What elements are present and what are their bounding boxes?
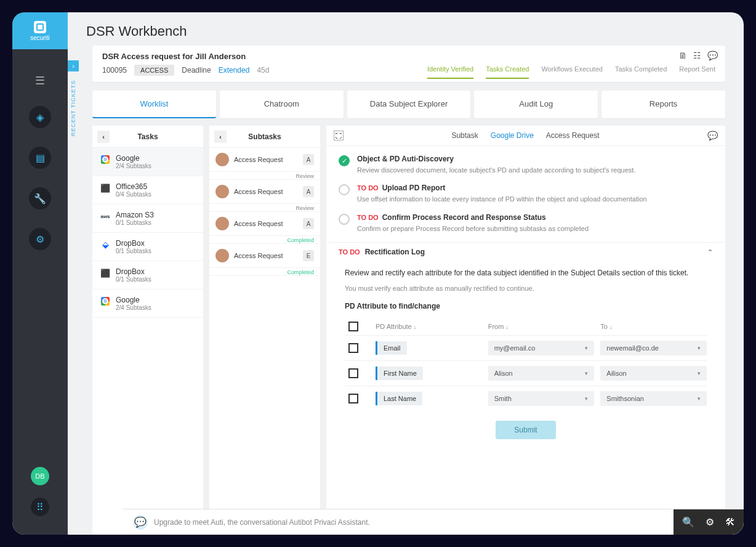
priority-badge: E (303, 250, 314, 261)
row-checkbox[interactable] (348, 394, 358, 403)
subtasks-column: ‹ Subtasks Access Request A Review Acces… (209, 126, 320, 535)
breadcrumb-subtask: Subtask (451, 131, 478, 140)
apps-grid-icon[interactable]: ⠿ (31, 498, 49, 516)
bottom-bar: 💬 Upgrade to meet Auti, the conversation… (123, 509, 744, 535)
nav-icon-gear[interactable]: ⚙ (29, 228, 51, 250)
tasks-back-button[interactable]: ‹ (97, 131, 110, 143)
subtask-item[interactable]: Access Request A (209, 212, 320, 236)
brand-icon (34, 21, 46, 33)
comment-icon[interactable]: 💬 (707, 51, 718, 60)
sort-icon[interactable]: ↓ (505, 324, 509, 330)
nav-icon-wrench[interactable]: 🔧 (29, 187, 51, 209)
hamburger-icon[interactable]: ☰ (35, 74, 45, 87)
brand-text: securiti (30, 34, 50, 41)
chevron-down-icon: ▾ (698, 370, 701, 376)
chevron-down-icon: ▾ (698, 395, 701, 402)
export-icon[interactable]: 🗎 (678, 51, 687, 60)
filter-icon[interactable]: ⚙ (706, 516, 714, 528)
subtasks-header: ‹ Subtasks (209, 126, 320, 148)
todo-badge: TO DO (339, 248, 360, 256)
assign-icon[interactable]: ☷ (693, 51, 701, 60)
wf-step-tasks: Tasks Created (486, 65, 529, 75)
comment-icon[interactable]: 💬 (707, 131, 718, 140)
breadcrumb: Subtask Google Drive Access Request (451, 131, 599, 140)
breadcrumb-drive[interactable]: Google Drive (491, 131, 534, 140)
to-select[interactable]: Ailison▾ (600, 366, 707, 381)
to-select[interactable]: Smithsonian▾ (600, 391, 707, 406)
attr-row: Email my@email.co▾ newemail@co.de▾ (345, 335, 707, 360)
chevron-down-icon: ▾ (698, 345, 701, 351)
wf-step-identity: Identity Verified (427, 65, 473, 75)
subtask-item[interactable]: Access Request A (209, 180, 320, 204)
subtask-item[interactable]: Access Request E (209, 244, 320, 268)
user-avatar[interactable]: DB (31, 467, 49, 485)
tab-worklist[interactable]: Worklist (92, 91, 216, 118)
rectification-header[interactable]: TO DO Rectification Log ⌃ (326, 242, 725, 261)
nav-icon-cube[interactable]: ◈ (29, 106, 51, 128)
ticket-title: DSR Access request for Jill Anderson (102, 52, 715, 61)
check-icon (339, 155, 350, 166)
subtasks-back-button[interactable]: ‹ (214, 131, 227, 143)
expand-icon[interactable]: ⛶ (334, 131, 344, 140)
timeline-title: Upload PD Report (382, 184, 446, 192)
ticket-header: 🗎 ☷ 💬 DSR Access request for Jill Anders… (92, 46, 725, 82)
search-icon[interactable]: 🔍 (682, 516, 694, 528)
select-all-checkbox[interactable] (348, 322, 358, 331)
assignee-avatar (215, 153, 229, 166)
task-item-google-2[interactable]: Google2/4 Subtasks (92, 290, 203, 318)
recent-tickets-label[interactable]: RECENT TICKETS (68, 74, 79, 142)
subtask-status: Review (209, 205, 320, 211)
tab-reports[interactable]: Reports (601, 91, 725, 118)
timeline-desc: Use offset information to locate every i… (357, 195, 713, 204)
task-item-dropbox-1[interactable]: ⬙ DropBox0/1 Subtasks (92, 233, 203, 261)
tab-audit[interactable]: Audit Log (474, 91, 598, 118)
tools-icon[interactable]: 🛠 (725, 517, 735, 528)
breadcrumb-access: Access Request (546, 131, 600, 140)
assignee-avatar (215, 217, 229, 230)
row-checkbox[interactable] (348, 368, 358, 378)
task-item-s3[interactable]: aws Amazon S30/1 Subtasks (92, 205, 203, 233)
extended-status[interactable]: Extended (219, 66, 250, 75)
tab-chatroom[interactable]: Chatroom (220, 91, 344, 118)
sort-icon[interactable]: ↓ (414, 324, 417, 330)
from-select[interactable]: my@email.co▾ (488, 341, 595, 355)
task-item-google[interactable]: Google2/4 Subtasks (92, 148, 203, 176)
timeline-title: Confirm Process Record and Response Stat… (382, 213, 546, 222)
deadline-label: Deadline (182, 66, 211, 75)
to-select[interactable]: newemail@co.de▾ (600, 341, 707, 355)
submit-button[interactable]: Submit (496, 421, 555, 439)
priority-badge: A (303, 186, 314, 197)
sort-icon[interactable]: ↓ (609, 324, 613, 330)
chat-icon[interactable]: 💬 (133, 515, 148, 530)
chevron-down-icon: ▾ (585, 370, 588, 376)
from-select[interactable]: Alison▾ (488, 366, 595, 381)
timeline-desc: Review discovered document, locate subje… (357, 166, 713, 175)
nav-icon-grid[interactable]: ▤ (29, 147, 51, 169)
attr-chip: Last Name (376, 392, 422, 405)
tab-explorer[interactable]: Data Subject Explorer (347, 91, 471, 118)
attr-chip: First Name (376, 367, 423, 380)
attr-row: First Name Alison▾ Ailison▾ (345, 360, 707, 386)
chevron-down-icon: ▾ (585, 395, 588, 402)
rectification-note: You must verify each attribute as manual… (345, 285, 707, 292)
todo-badge: TO DO (357, 184, 379, 192)
row-checkbox[interactable] (348, 343, 358, 353)
rectification-body: Review and rectify each attribute for th… (326, 261, 725, 452)
rectification-desc: Review and rectify each attribute for th… (345, 267, 707, 278)
recent-tickets-toggle[interactable]: › (68, 60, 79, 71)
task-item-dropbox-2[interactable]: ⬛ DropBox0/1 Subtasks (92, 261, 203, 290)
subtask-status: Completed (209, 237, 320, 243)
aws-icon: aws (100, 211, 111, 222)
page-title: DSR Workbench (68, 12, 744, 46)
assignee-avatar (215, 249, 229, 262)
office365-icon: ⬛ (100, 182, 111, 193)
task-item-office365[interactable]: ⬛ Office3650/4 Subtasks (92, 176, 203, 205)
from-select[interactable]: Smith▾ (488, 391, 595, 406)
attr-table-header: PD Attribute↓ From↓ To↓ (345, 318, 707, 335)
subtask-item[interactable]: Access Request A (209, 148, 320, 172)
workflow-steps: Identity Verified Tasks Created Workflow… (427, 65, 715, 75)
dropbox-icon: ⬙ (100, 239, 111, 250)
deadline-days: 45d (257, 66, 269, 75)
brand-logo[interactable]: securiti (12, 12, 68, 49)
subtask-status: Completed (209, 269, 320, 275)
